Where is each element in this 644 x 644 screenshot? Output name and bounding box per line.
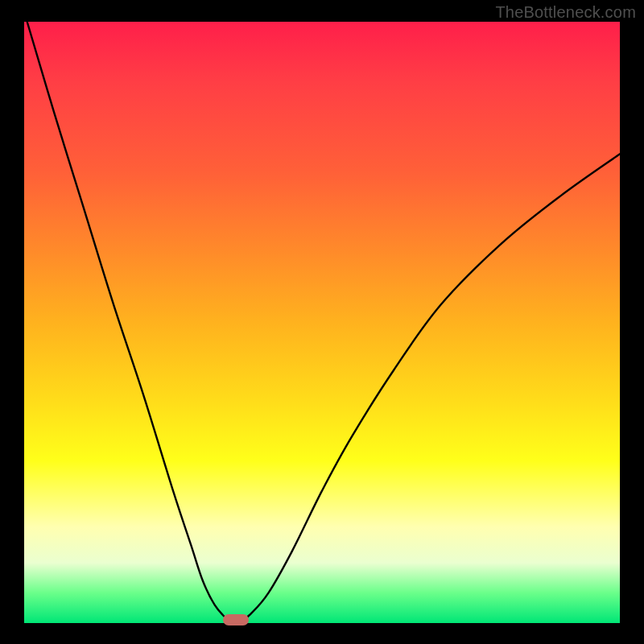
- bottleneck-curve: [24, 22, 620, 623]
- minimum-marker: [223, 614, 249, 625]
- plot-area: [24, 22, 620, 623]
- chart-frame: TheBottleneck.com: [0, 0, 644, 644]
- watermark-text: TheBottleneck.com: [495, 3, 636, 22]
